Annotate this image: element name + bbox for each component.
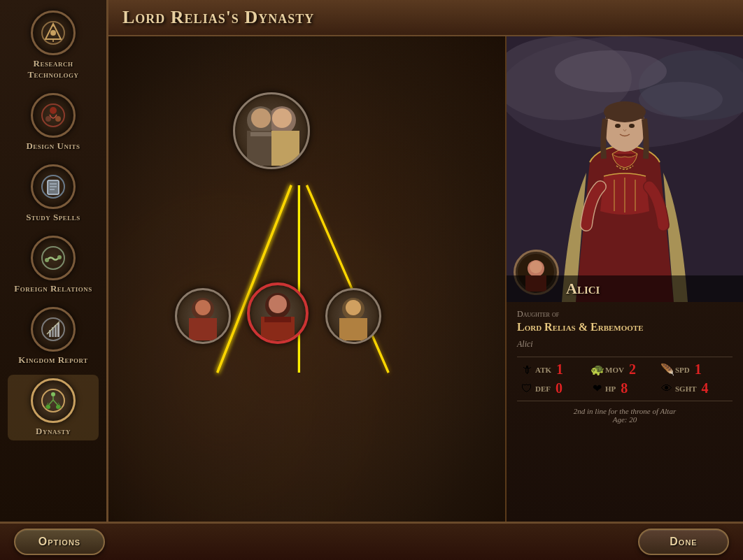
svg-point-58: [555, 50, 667, 92]
done-button[interactable]: Done: [638, 529, 729, 555]
dynasty-lines-svg: [108, 36, 505, 522]
svg-point-65: [615, 124, 621, 128]
svg-point-6: [50, 107, 57, 114]
child-right-portrait: [327, 290, 379, 342]
svg-rect-10: [48, 180, 59, 194]
svg-point-59: [639, 82, 723, 117]
def-label: DEF: [535, 385, 551, 393]
sidebar-item-research-technology[interactable]: Research Technology: [8, 7, 99, 84]
svg-point-24: [51, 392, 55, 396]
stat-sght: 👁 SGHT 4: [660, 380, 729, 396]
svg-point-16: [45, 258, 49, 262]
character-info: Daughter of Lord Relias & Erbemoote Alic…: [507, 302, 743, 522]
sidebar: Research Technology Design Units: [0, 0, 108, 522]
foreign-relations-label: Foreign Relations: [14, 283, 92, 294]
bottom-divider: [517, 401, 733, 401]
title-bar: Lord Relias's Dynasty: [108, 0, 743, 36]
sght-label: SGHT: [675, 385, 697, 393]
spd-icon: 🪶: [660, 363, 673, 376]
svg-point-17: [57, 255, 62, 259]
svg-rect-50: [264, 317, 291, 322]
svg-point-39: [251, 108, 271, 128]
svg-point-7: [45, 116, 51, 122]
foreign-relations-icon: [31, 236, 76, 280]
mov-value: 2: [629, 361, 636, 378]
def-icon: 🛡: [521, 382, 533, 395]
svg-point-8: [55, 116, 61, 122]
parent-couple-circle[interactable]: [233, 92, 310, 169]
hp-label: HP: [605, 385, 616, 393]
svg-line-26: [48, 400, 53, 405]
spd-value: 1: [695, 361, 702, 378]
age-text: Age: 20: [517, 415, 733, 424]
content-area: Lord Relias's Dynasty: [108, 0, 743, 522]
stats-divider: [517, 357, 733, 357]
character-portrait: Alici: [507, 36, 743, 302]
child-right-circle[interactable]: [325, 288, 381, 344]
svg-point-53: [346, 300, 361, 315]
mov-label: MOV: [605, 366, 624, 374]
svg-rect-45: [189, 318, 217, 340]
svg-point-43: [272, 108, 292, 128]
parents-label: Lord Relias & Erbemoote: [517, 321, 733, 333]
sidebar-item-dynasty[interactable]: Dynasty: [8, 375, 99, 440]
child-left-circle[interactable]: [175, 288, 231, 344]
child-center-circle[interactable]: [247, 282, 309, 344]
dynasty-icon: [31, 378, 76, 423]
svg-point-46: [195, 300, 211, 315]
dynasty-label: Dynasty: [36, 426, 71, 437]
options-button[interactable]: Options: [14, 529, 105, 555]
atk-icon: 🗡: [521, 364, 533, 376]
svg-point-2: [50, 30, 56, 36]
svg-line-34: [307, 185, 389, 373]
stat-mov: 🐢 MOV 2: [590, 361, 659, 378]
char-subtitle: Alici: [517, 339, 733, 350]
study-spells-icon: [31, 164, 76, 209]
sidebar-item-study-spells[interactable]: Study Spells: [8, 161, 99, 227]
svg-rect-52: [339, 318, 367, 340]
kingdom-report-icon: [31, 307, 76, 352]
def-value: 0: [556, 380, 562, 396]
throne-text: 2nd in line for the throne of Altar: [517, 407, 733, 415]
hp-value: 8: [621, 380, 628, 396]
svg-line-32: [218, 185, 292, 373]
mov-icon: 🐢: [590, 363, 603, 376]
svg-line-27: [53, 400, 58, 405]
stat-hp: ❤ HP 8: [590, 380, 659, 396]
svg-rect-22: [57, 323, 59, 337]
kingdom-report-label: Kingdom Report: [18, 354, 87, 366]
sidebar-item-kingdom-report[interactable]: Kingdom Report: [8, 303, 99, 369]
child-left-portrait: [177, 290, 229, 342]
stat-atk: 🗡 ATK 1: [521, 361, 589, 378]
svg-rect-40: [250, 132, 271, 136]
svg-rect-42: [271, 131, 299, 166]
top-area: Research Technology Design Units: [0, 0, 743, 522]
page-title: Lord Relias's Dynasty: [122, 7, 314, 28]
svg-point-49: [269, 295, 287, 313]
bottom-bar: Options Done: [0, 522, 743, 560]
svg-point-70: [530, 261, 542, 273]
spd-label: SPD: [675, 366, 690, 374]
sght-value: 4: [702, 380, 709, 396]
child-center-portrait: [250, 285, 306, 341]
dynasty-tree: [108, 36, 505, 522]
stat-def: 🛡 DEF 0: [521, 380, 589, 396]
character-name: Alici: [566, 280, 600, 298]
sidebar-item-design-units[interactable]: Design Units: [8, 89, 99, 155]
atk-value: 1: [556, 361, 563, 378]
sght-icon: 👁: [660, 382, 673, 395]
stat-spd: 🪶 SPD 1: [660, 361, 729, 378]
sidebar-item-foreign-relations[interactable]: Foreign Relations: [8, 232, 99, 298]
char-name-bar: Alici: [507, 275, 743, 302]
svg-point-66: [629, 124, 635, 128]
atk-label: ATK: [535, 366, 551, 374]
design-units-icon: [31, 93, 76, 138]
main-container: Research Technology Design Units: [0, 0, 743, 560]
research-technology-label: Research Technology: [11, 58, 95, 80]
relation-label: Daughter of: [517, 309, 733, 320]
research-technology-icon: [31, 10, 76, 55]
character-panel: Alici Daughter of Lord Relias & Erbemoot…: [505, 36, 743, 522]
stats-row-2: 🛡 DEF 0 ❤ HP 8 👁 SGHT: [517, 379, 733, 398]
main-panel: Alici Daughter of Lord Relias & Erbemoot…: [108, 36, 743, 522]
study-spells-label: Study Spells: [26, 212, 80, 223]
